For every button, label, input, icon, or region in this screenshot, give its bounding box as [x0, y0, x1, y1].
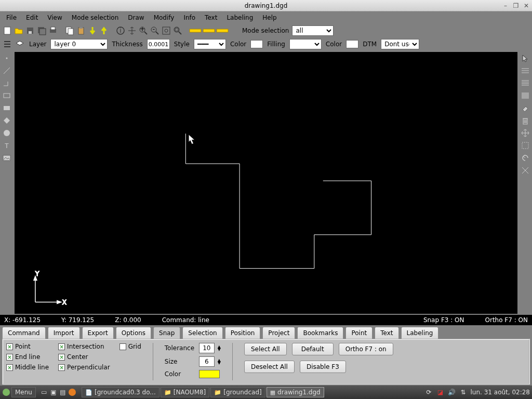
- zoom-extents-icon[interactable]: [161, 25, 171, 36]
- task-item-1[interactable]: 📁 [NAOUM8]: [161, 387, 210, 397]
- print-icon[interactable]: [48, 25, 58, 36]
- mint-logo-icon[interactable]: [2, 388, 10, 396]
- tab-selection[interactable]: Selection: [182, 327, 222, 339]
- snap-middleline-check[interactable]: ×Middle line: [6, 364, 49, 371]
- size-input[interactable]: 6: [199, 356, 215, 367]
- tab-snap[interactable]: Snap: [153, 327, 180, 339]
- rect-fill-tool-icon[interactable]: [2, 103, 12, 113]
- default-button[interactable]: Default: [292, 343, 334, 355]
- tab-text[interactable]: Text: [375, 327, 398, 339]
- close-button[interactable]: ✕: [523, 2, 530, 9]
- minimize-button[interactable]: –: [502, 2, 509, 9]
- layer-select[interactable]: layer 0: [50, 39, 108, 49]
- eraser-icon[interactable]: [520, 103, 530, 113]
- snap-perpendicular-check[interactable]: ×Perpendicular: [58, 364, 110, 371]
- tab-export[interactable]: Export: [82, 327, 114, 339]
- network-icon[interactable]: ⇅: [459, 388, 468, 396]
- snap-center-check[interactable]: ×Center: [58, 353, 110, 361]
- down-arrow-icon[interactable]: [87, 25, 98, 36]
- menu-labeling[interactable]: Labeling: [222, 12, 257, 23]
- menu-draw[interactable]: Draw: [124, 12, 148, 23]
- style-select[interactable]: ━━━: [194, 39, 226, 49]
- tab-import[interactable]: Import: [48, 327, 80, 339]
- shield-icon[interactable]: ◪: [436, 388, 445, 396]
- image-tool-icon[interactable]: [2, 153, 12, 163]
- dtm-select[interactable]: Dont use: [381, 39, 419, 49]
- layer-icon[interactable]: [15, 39, 25, 49]
- updates-icon[interactable]: ⟳: [425, 388, 433, 396]
- start-menu-button[interactable]: Menu: [11, 387, 36, 397]
- files-icon[interactable]: ▤: [59, 388, 67, 396]
- ortho-toggle-button[interactable]: Ortho F7 : on: [339, 343, 393, 355]
- hatch1-icon[interactable]: [520, 65, 530, 76]
- terminal-icon[interactable]: ▣: [49, 388, 58, 396]
- filling-select[interactable]: [289, 39, 322, 49]
- open-icon[interactable]: [14, 25, 24, 36]
- color-swatch[interactable]: [250, 40, 263, 48]
- snap-point-check[interactable]: ×Point: [6, 343, 49, 350]
- task-item-2[interactable]: 📁 [groundcad]: [210, 387, 265, 397]
- snap-endline-check[interactable]: ×End line: [6, 353, 49, 361]
- new-icon[interactable]: [2, 25, 12, 36]
- menu-file[interactable]: File: [2, 12, 21, 23]
- select-all-button[interactable]: Select All: [244, 343, 287, 355]
- rect-tool-icon[interactable]: [2, 90, 12, 101]
- copy-icon[interactable]: [64, 25, 75, 36]
- list-icon[interactable]: [2, 39, 12, 49]
- info-icon[interactable]: i: [115, 25, 126, 36]
- pan-icon[interactable]: [127, 25, 137, 36]
- menu-edit[interactable]: Edit: [22, 12, 42, 23]
- up-arrow-icon[interactable]: [99, 25, 109, 36]
- paste-icon[interactable]: [76, 25, 86, 36]
- menu-view[interactable]: View: [43, 12, 66, 23]
- tolerance-input[interactable]: 10: [199, 343, 215, 353]
- ruler-h-icon[interactable]: [189, 25, 202, 36]
- snap-grid-check[interactable]: .Grid: [119, 343, 141, 350]
- fill-color-swatch[interactable]: [346, 40, 358, 48]
- disable-f3-button[interactable]: Disable F3: [300, 361, 346, 373]
- point-tool-icon[interactable]: [2, 53, 12, 63]
- menu-info[interactable]: Info: [179, 12, 200, 23]
- hatch2-icon[interactable]: [520, 78, 530, 88]
- menu-help[interactable]: Help: [258, 12, 281, 23]
- ruler-both-icon[interactable]: [216, 25, 229, 36]
- zoom-out-icon[interactable]: -: [150, 25, 160, 36]
- diamond-tool-icon[interactable]: [2, 115, 12, 126]
- drawing-canvas[interactable]: Y X: [15, 52, 517, 314]
- polyline-tool-icon[interactable]: [2, 78, 12, 88]
- line-tool-icon[interactable]: [2, 65, 12, 76]
- saveas-icon[interactable]: [36, 25, 47, 36]
- deselect-all-button[interactable]: Deselect All: [244, 361, 295, 373]
- snap-intersection-check[interactable]: ×Intersection: [58, 343, 110, 350]
- tab-point[interactable]: Point: [345, 327, 373, 339]
- clock[interactable]: lun. 31 août, 02:28: [471, 389, 530, 396]
- select-cursor-icon[interactable]: [520, 53, 530, 63]
- text-tool-icon[interactable]: T: [2, 140, 12, 151]
- tab-command[interactable]: Command: [2, 327, 46, 339]
- firefox-icon[interactable]: [68, 388, 76, 396]
- marquee-icon[interactable]: [520, 140, 530, 151]
- menu-mode-selection[interactable]: Mode selection: [68, 12, 123, 23]
- tab-options[interactable]: Options: [116, 327, 151, 339]
- show-desktop-icon[interactable]: ▭: [40, 388, 48, 396]
- task-item-0[interactable]: 📄 [groundcad0.3 do...: [82, 387, 159, 397]
- task-item-3[interactable]: ▦ drawing1.dgd: [267, 387, 324, 397]
- move-icon[interactable]: [520, 128, 530, 138]
- undo-icon[interactable]: [520, 153, 530, 163]
- zoom-in-icon[interactable]: +: [138, 25, 149, 36]
- tab-project[interactable]: Project: [262, 327, 295, 339]
- volume-icon[interactable]: 🔊: [448, 388, 456, 396]
- snap-color-swatch[interactable]: [199, 370, 220, 378]
- mode-selection-select[interactable]: all: [292, 25, 334, 36]
- tab-position[interactable]: Position: [225, 327, 261, 339]
- maximize-button[interactable]: ❐: [512, 2, 520, 9]
- thickness-input[interactable]: [147, 39, 170, 49]
- tab-bookmarks[interactable]: Bookmarks: [297, 327, 343, 339]
- menu-text[interactable]: Text: [201, 12, 221, 23]
- zoom-window-icon[interactable]: [172, 25, 183, 36]
- ruler-v-icon[interactable]: [203, 25, 215, 36]
- save-icon[interactable]: [25, 25, 35, 36]
- circle-tool-icon[interactable]: [2, 128, 12, 138]
- trash-icon[interactable]: [520, 115, 530, 126]
- tab-labeling[interactable]: Labeling: [401, 327, 439, 339]
